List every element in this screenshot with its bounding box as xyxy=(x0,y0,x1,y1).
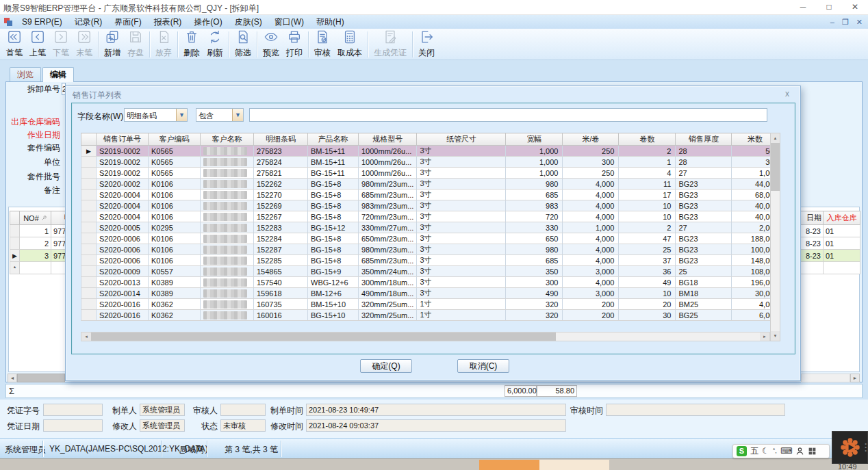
sales-order-row[interactable]: S2020-0016K0362160735BM-15+10320mm/25um.… xyxy=(81,299,778,310)
mdi-close-button[interactable]: ✕ xyxy=(856,18,863,27)
row-selector[interactable] xyxy=(81,190,97,200)
sales-order-row[interactable]: S2020-0006K0106152285BG-15+8685mm/23um..… xyxy=(81,255,778,266)
toolbar-add-new-button[interactable]: 新增 xyxy=(101,29,124,60)
toolbar-prev-record-button[interactable]: 上笔 xyxy=(26,29,49,60)
row-selector[interactable]: ▶ xyxy=(10,250,20,262)
toolbar-save-button[interactable]: 存盘 xyxy=(124,29,147,60)
menu-item-0[interactable]: S9 ERP(E) xyxy=(16,15,68,29)
toolbar-refresh-button[interactable]: 刷新 xyxy=(203,29,227,60)
detail-row[interactable]: 8-2301 xyxy=(800,250,860,262)
row-selector[interactable]: ▶ xyxy=(81,146,97,157)
toolbox-icon[interactable] xyxy=(808,447,817,456)
footer-field-modifier[interactable]: 系统管理员 xyxy=(140,419,185,432)
footer-field-status[interactable]: 未审核 xyxy=(220,419,266,432)
chevron-down-icon[interactable]: ▼ xyxy=(232,109,243,121)
sales-order-row[interactable]: S2020-0014K0389159618BM-12+6490mm/18um..… xyxy=(81,288,778,299)
sales-order-row[interactable]: S2020-0005K0295152283BG-15+12330mm/27um.… xyxy=(81,222,778,233)
sales-order-row[interactable]: S2020-0004K0106152269BG-15+8983mm/23um..… xyxy=(81,200,778,211)
toolbar-last-record-button[interactable]: 末笔 xyxy=(73,29,96,60)
half-moon-icon[interactable]: ☾ xyxy=(762,446,769,456)
menu-item-4[interactable]: 操作(O) xyxy=(188,15,228,29)
person-icon[interactable] xyxy=(795,447,804,456)
footer-field-audit-time[interactable] xyxy=(606,404,785,416)
sales-order-row[interactable]: S2020-0002K0106152262BG-15+8980mm/23um..… xyxy=(81,179,778,190)
sales-order-row[interactable]: S2020-0006K0106152284BG-15+8650mm/23um..… xyxy=(81,233,778,244)
sales-order-row[interactable]: S2020-0013K0389157540WBG-12+6300mm/18um.… xyxy=(81,277,778,288)
vertical-scroll-thumb[interactable] xyxy=(771,143,780,191)
sales-order-table[interactable]: 销售订单号客户编码客户名称明细条码产品名称规格型号纸管尺寸宽幅米/卷卷数销售厚度… xyxy=(81,133,778,321)
row-selector[interactable] xyxy=(81,179,97,190)
row-selector[interactable] xyxy=(10,237,20,250)
row-selector[interactable] xyxy=(81,288,97,299)
window-maximize-button[interactable]: □ xyxy=(816,0,842,15)
chevron-down-icon[interactable]: ▼ xyxy=(176,109,187,121)
taskbar-item[interactable] xyxy=(539,460,609,470)
sales-order-row[interactable]: S2019-0002K0565275824BM-15+111000mm/26u.… xyxy=(81,157,778,168)
sales-order-row[interactable]: S2019-0002K0565275821BG-15+111000mm/26u.… xyxy=(81,168,778,179)
main-hscroll-left-arrow[interactable]: ◄ xyxy=(8,374,17,382)
row-selector[interactable] xyxy=(10,225,20,237)
window-minimize-button[interactable]: ─ xyxy=(790,0,816,15)
column-header[interactable]: 卷数 xyxy=(619,133,676,146)
taskbar-active-item[interactable] xyxy=(479,460,539,470)
mdi-restore-button[interactable]: ❐ xyxy=(842,18,849,27)
row-selector[interactable] xyxy=(81,222,97,233)
punctuation-icon[interactable]: °, xyxy=(773,446,777,456)
detail-grid-right[interactable]: 日期入库仓库8-23018-23018-2301 xyxy=(800,211,860,274)
filter-search-input[interactable] xyxy=(249,108,767,122)
scroll-left-arrow[interactable]: ◄ xyxy=(81,332,91,341)
row-selector[interactable] xyxy=(81,277,97,288)
column-header-date[interactable]: 日期 xyxy=(800,211,824,225)
mdi-minimize-button[interactable]: – xyxy=(830,18,834,26)
column-header[interactable]: 产品名称 xyxy=(308,133,359,146)
table-vertical-scrollbar[interactable]: ▲ ▼ xyxy=(770,133,780,341)
row-selector[interactable] xyxy=(81,255,97,266)
overlay-menu-dots[interactable]: ••• xyxy=(865,442,867,452)
horizontal-scroll-thumb[interactable] xyxy=(91,332,556,341)
toolbar-next-record-button[interactable]: 下笔 xyxy=(49,29,73,60)
column-header-no[interactable]: NO# xyxy=(20,211,51,225)
toolbar-discard-button[interactable]: 放弃 xyxy=(152,29,175,60)
menu-item-7[interactable]: 帮助(H) xyxy=(310,15,350,29)
row-selector[interactable] xyxy=(81,168,97,179)
column-header[interactable]: 宽幅 xyxy=(506,133,563,146)
sales-order-row[interactable]: S2020-0016K0362160016BG-15+10320mm/25um.… xyxy=(81,310,778,321)
row-selector[interactable] xyxy=(81,299,97,310)
column-header[interactable]: 明细条码 xyxy=(254,133,308,146)
scroll-up-arrow[interactable]: ▲ xyxy=(771,133,780,143)
row-selector[interactable] xyxy=(81,211,97,222)
column-header[interactable]: 客户编码 xyxy=(149,133,201,146)
sogou-logo-icon[interactable]: S xyxy=(737,446,747,456)
main-hscroll-thumb[interactable] xyxy=(17,374,65,382)
column-header-warehouse[interactable]: 入库仓库 xyxy=(824,211,860,225)
toolbar-preview-button[interactable]: 预览 xyxy=(259,29,283,60)
column-header[interactable]: 销售订单号 xyxy=(97,133,149,146)
main-hscroll-track[interactable] xyxy=(801,374,850,382)
sales-order-row[interactable]: S2020-0004K0106152270BG-15+8685mm/23um..… xyxy=(81,190,778,200)
menu-item-3[interactable]: 报表(R) xyxy=(148,15,188,29)
filter-field-dropdown[interactable]: 明细条码 ▼ xyxy=(124,108,188,122)
toolbar-print-button[interactable]: 打印 xyxy=(283,29,306,60)
new-row[interactable] xyxy=(800,262,860,274)
scroll-down-arrow[interactable]: ▼ xyxy=(771,331,780,341)
dialog-close-icon[interactable]: x xyxy=(782,89,792,99)
sales-order-row[interactable]: S2020-0006K0106152287BG-15+8980mm/23um..… xyxy=(81,244,778,255)
scroll-right-arrow[interactable]: ► xyxy=(760,332,769,341)
menu-item-5[interactable]: 皮肤(S) xyxy=(229,15,268,29)
row-selector[interactable] xyxy=(81,233,97,244)
sales-order-row[interactable]: S2020-0004K0106152267BG-15+8720mm/23um..… xyxy=(81,211,778,222)
toolbar-filter-button[interactable]: 筛选 xyxy=(231,29,255,60)
sales-order-row[interactable]: S2020-0009K0557154865BG-15+9350mm/24um..… xyxy=(81,266,778,277)
footer-field-creator[interactable]: 系统管理员 xyxy=(140,404,185,416)
main-hscroll-right-arrow[interactable]: ► xyxy=(850,374,860,382)
detail-row[interactable]: 8-2301 xyxy=(800,225,860,237)
filter-operator-dropdown[interactable]: 包含 ▼ xyxy=(196,108,244,122)
tab-编辑[interactable]: 编辑 xyxy=(42,67,74,82)
column-header[interactable]: 销售厚度 xyxy=(676,133,732,146)
footer-field-voucher-no[interactable] xyxy=(43,404,103,416)
window-close-button[interactable]: ✕ xyxy=(842,0,868,15)
column-header[interactable]: 米/卷 xyxy=(563,133,619,146)
footer-field-create-time[interactable]: 2021-08-23 10:49:47 xyxy=(306,404,566,416)
toolbar-audit-button[interactable]: 审核 xyxy=(311,29,334,60)
toolbar-voucher-button[interactable]: 生成凭证 xyxy=(370,29,410,60)
